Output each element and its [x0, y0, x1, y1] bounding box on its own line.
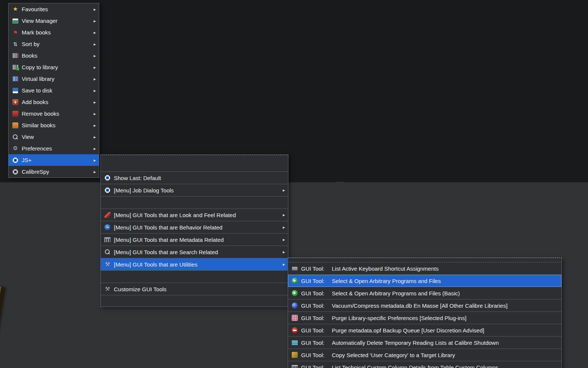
eye-icon	[104, 175, 110, 181]
menu-item-calibrespy[interactable]: CalibreSpy ▸	[9, 166, 99, 177]
magnifier-icon	[104, 249, 110, 255]
gear-icon: ⚙	[12, 146, 18, 152]
menu-item-metadata[interactable]: [Menu] GUI Tools that are Metadata Relat…	[101, 234, 288, 246]
menu-item-search-related[interactable]: [Menu] GUI Tools that are Search Related…	[101, 246, 288, 258]
menu-spacer	[101, 271, 288, 283]
menu-item-behavior[interactable]: → [Menu] GUI Tools that are Behavior Rel…	[101, 221, 288, 234]
sort-icon: ⇅	[12, 41, 18, 47]
submenu-arrow-icon: ▸	[94, 88, 96, 93]
menu-item-customize-gui-tools[interactable]: ⚒ Customize GUI Tools	[101, 283, 288, 295]
menu-item-label: Customize GUI Tools	[114, 286, 285, 292]
submenu-arrow-icon: ▸	[283, 212, 285, 218]
menu-item-view-manager[interactable]: View Manager ▸	[9, 15, 99, 27]
play-icon: ▶	[292, 290, 298, 296]
menu-item-purge-library-preferences[interactable]: GUI Tool: Purge Library-specific Prefere…	[288, 312, 561, 324]
submenu-arrow-icon: ▸	[94, 169, 96, 174]
menu-item-label: List Active Keyboard Shortcut Assignment…	[332, 265, 558, 272]
submenu-arrow-icon: ▸	[94, 146, 96, 151]
eye-icon	[12, 157, 18, 163]
menu-item-label: Save to disk	[22, 87, 91, 94]
star-icon: ★	[12, 6, 18, 12]
menu-item-label: [Menu] GUI Tools that are Behavior Relat…	[114, 224, 280, 231]
submenu-arrow-icon: ▸	[94, 65, 96, 70]
menu-item-label: View	[22, 134, 91, 140]
menu-item-delete-temp-reading-lists[interactable]: GUI Tool: Automatically Delete Temporary…	[288, 337, 561, 349]
menu-item-purge-backup-queue[interactable]: GUI Tool: Purge metadata.opf Backup Queu…	[288, 324, 561, 337]
gui-tool-prefix: GUI Tool:	[301, 352, 332, 358]
menu-item-virtual-library[interactable]: Virtual library ▸	[9, 73, 99, 85]
menu-item-select-open-programs[interactable]: ▶ GUI Tool: Select & Open Arbitrary Prog…	[288, 275, 561, 287]
window-icon	[12, 18, 18, 24]
menu-item-sort-by[interactable]: ⇅ Sort by ▸	[9, 38, 99, 50]
splitter-handle[interactable]: ......	[336, 179, 345, 183]
submenu-arrow-icon: ▸	[94, 18, 96, 24]
menu-item-label: List Technical Custom Column Details fro…	[332, 364, 558, 368]
gui-tool-prefix: GUI Tool:	[301, 265, 332, 272]
submenu-arrow-icon: ▸	[94, 111, 96, 116]
menu-item-remove-books[interactable]: Remove books ▸	[9, 108, 99, 119]
submenu-arrow-icon: ▸	[94, 100, 96, 105]
menu-item-similar-books[interactable]: Similar books ▸	[9, 119, 99, 131]
circular-arrow-icon: →	[104, 224, 110, 230]
menu-item-job-dialog-tools[interactable]: [Menu] Job Dialog Tools ▸	[101, 184, 288, 197]
menu-item-label: Select & Open Arbitrary Programs and Fil…	[332, 278, 558, 284]
tools-icon: ⚒	[104, 261, 110, 267]
gui-tool-prefix: GUI Tool:	[301, 302, 332, 309]
menu-item-mark-books[interactable]: ⚑ Mark books ▸	[9, 27, 99, 38]
menu-item-label: [Menu] GUI Tools that are Look and Feel …	[114, 212, 280, 218]
menu-item-books[interactable]: Books ▸	[9, 50, 99, 61]
no-entry-icon	[292, 327, 298, 333]
menu-item-label: [Menu] Job Dialog Tools	[114, 187, 280, 194]
submenu-arrow-icon: ▸	[94, 158, 96, 163]
menu-item-view[interactable]: View ▸	[9, 131, 99, 143]
menu-item-jsplus[interactable]: JS+ ▸	[9, 154, 99, 166]
submenu-arrow-icon: ▸	[94, 42, 96, 47]
keyboard-icon	[292, 267, 298, 271]
menu-item-list-custom-columns[interactable]: GUI Tool: List Technical Custom Column D…	[288, 361, 561, 368]
virtual-library-icon	[12, 76, 18, 81]
category-icon	[292, 352, 298, 358]
menu-item-label: [Menu] GUI Tools that are Metadata Relat…	[114, 237, 280, 243]
menu-item-copy-to-library[interactable]: Copy to library ▸	[9, 61, 99, 73]
gui-tool-prefix: GUI Tool:	[301, 278, 332, 284]
pin-icon: ⚑	[12, 30, 18, 36]
menu-item-label: [Menu] GUI Tools that are Search Related	[114, 249, 280, 255]
eye-icon	[104, 187, 110, 193]
copy-books-icon	[12, 65, 18, 70]
menu-spacer	[101, 295, 288, 307]
submenu-arrow-icon: ▸	[283, 237, 285, 242]
menu-item-list-keyboard-shortcuts[interactable]: GUI Tool: List Active Keyboard Shortcut …	[288, 262, 561, 275]
columns-icon	[104, 237, 110, 242]
play-icon: ▶	[292, 278, 298, 284]
tools-icon: ⚒	[104, 286, 110, 292]
menu-item-show-last-default[interactable]: Show Last: Default	[101, 172, 288, 184]
menu-item-label: Remove books	[22, 110, 91, 117]
add-book-icon: +	[12, 99, 18, 105]
menu-item-utilities[interactable]: ⚒ [Menu] GUI Tools that are Utilities ▸	[101, 258, 288, 271]
gui-tool-prefix: GUI Tool:	[301, 340, 332, 346]
menu-item-label: Add books	[22, 99, 91, 105]
menu-item-preferences[interactable]: ⚙ Preferences ▸	[9, 143, 99, 154]
menu-item-label: Sort by	[22, 41, 91, 47]
menu-item-add-books[interactable]: + Add books ▸	[9, 96, 99, 108]
grid-icon	[292, 315, 298, 321]
menu-item-save-to-disk[interactable]: Save to disk ▸	[9, 85, 99, 96]
gui-tool-prefix: GUI Tool:	[301, 290, 332, 296]
menu-item-favourites[interactable]: ★ Favourites ▸	[9, 3, 99, 15]
submenu-arrow-icon: ▸	[94, 134, 96, 140]
menu-item-label: Books	[22, 52, 91, 59]
menu-item-label: Copy Selected 'User Category' to a Targe…	[332, 352, 558, 358]
menu-item-look-and-feel[interactable]: [Menu] GUI Tools that are Look and Feel …	[101, 209, 288, 221]
menu-item-label: Purge Library-specific Preferences [Sele…	[332, 315, 558, 321]
submenu-arrow-icon: ▸	[283, 249, 285, 255]
menu-item-label: View Manager	[22, 18, 91, 24]
book-cover-corner	[0, 282, 5, 368]
columns-icon	[292, 365, 298, 368]
menu-item-select-open-programs-basic[interactable]: ▶ GUI Tool: Select & Open Arbitrary Prog…	[288, 287, 561, 299]
menu-item-label: Similar books	[22, 122, 91, 128]
menu-item-label: CalibreSpy	[22, 168, 91, 175]
submenu-arrow-icon: ▸	[283, 188, 285, 193]
menu-item-label: Select & Open Arbitrary Programs and Fil…	[332, 290, 558, 296]
menu-item-copy-user-category[interactable]: GUI Tool: Copy Selected 'User Category' …	[288, 349, 561, 361]
menu-item-vacuum-metadata-db[interactable]: GUI Tool: Vacuum/Compress metadata.db En…	[288, 299, 561, 312]
